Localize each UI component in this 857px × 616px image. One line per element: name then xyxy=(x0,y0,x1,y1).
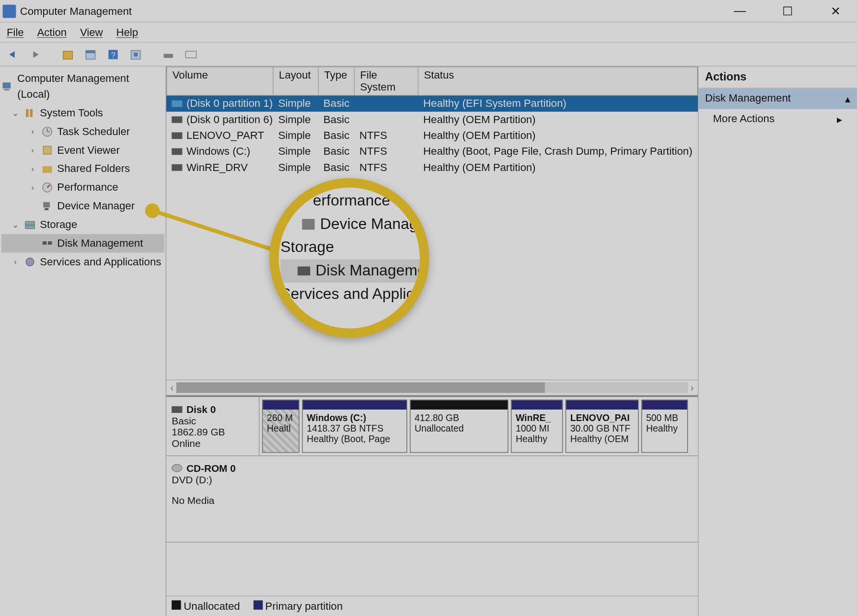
device-icon xyxy=(41,200,53,212)
chevron-right-icon: ▸ xyxy=(837,113,842,125)
forward-button[interactable] xyxy=(28,46,45,63)
volume-row[interactable]: (Disk 0 partition 6) Simple Basic Health… xyxy=(166,112,697,127)
volume-row[interactable]: Windows (C:) Simple Basic NTFS Healthy (… xyxy=(166,144,697,160)
tree-task-scheduler[interactable]: ›Task Scheduler xyxy=(1,122,164,141)
toolbar-icon-5[interactable] xyxy=(182,46,199,63)
actions-section[interactable]: Disk Management ▴ xyxy=(698,89,857,109)
close-button[interactable]: ✕ xyxy=(822,4,849,19)
svg-rect-19 xyxy=(43,166,52,173)
horizontal-scrollbar[interactable]: ‹ › xyxy=(166,380,697,396)
svg-point-28 xyxy=(26,258,34,266)
volume-row[interactable]: (Disk 0 partition 1) Simple Basic Health… xyxy=(166,96,697,112)
tree-event-viewer[interactable]: ›Event Viewer xyxy=(1,141,164,160)
maximize-button[interactable]: ☐ xyxy=(775,4,801,19)
clock-icon xyxy=(41,125,53,137)
legend-primary-label: Primary partition xyxy=(265,600,343,612)
col-type[interactable]: Type xyxy=(319,67,355,95)
tree-services-label: Services and Applications xyxy=(40,254,161,270)
disk0-row[interactable]: Disk 0 Basic 1862.89 GB Online 260 MHeal… xyxy=(166,397,697,456)
volume-row[interactable]: LENOVO_PART Simple Basic NTFS Healthy (O… xyxy=(166,127,697,143)
svg-rect-26 xyxy=(43,241,46,245)
callout-dot xyxy=(145,204,160,218)
expand-icon[interactable]: › xyxy=(28,142,37,158)
expand-icon[interactable]: › xyxy=(11,254,20,270)
tree-task-label: Task Scheduler xyxy=(57,124,130,139)
partition[interactable]: 260 MHealtl xyxy=(262,399,300,453)
col-layout[interactable]: Layout xyxy=(274,67,319,95)
app-icon xyxy=(3,4,16,18)
tree-root-label: Computer Management (Local) xyxy=(17,70,164,103)
actions-pane: Actions Disk Management ▴ More Actions ▸ xyxy=(698,67,857,616)
back-button[interactable] xyxy=(5,46,23,63)
tree-device-manager[interactable]: Device Manager xyxy=(1,197,164,216)
minimize-button[interactable]: — xyxy=(727,4,753,18)
storage-icon xyxy=(24,219,36,231)
cdrom-label: CD-ROM 0 DVD (D:) No Media xyxy=(166,456,259,542)
svg-marker-1 xyxy=(33,51,38,57)
actions-section-label: Disk Management xyxy=(705,92,791,105)
tree-devmgr-label: Device Manager xyxy=(57,198,135,214)
actions-more-label: More Actions xyxy=(713,113,775,125)
tree-perf-label: Performance xyxy=(57,180,118,195)
svg-rect-11 xyxy=(3,82,11,88)
tree-disk-management[interactable]: Disk Management xyxy=(1,234,164,253)
actions-more[interactable]: More Actions ▸ xyxy=(698,109,857,130)
partition[interactable]: 500 MBHealthy xyxy=(641,399,688,453)
magnifier-overlay: erformance Device Manager Storage Disk M… xyxy=(269,178,429,338)
disk-map: Disk 0 Basic 1862.89 GB Online 260 MHeal… xyxy=(166,396,697,616)
tools-icon xyxy=(24,107,36,119)
expand-icon[interactable]: › xyxy=(28,124,37,139)
svg-text:?: ? xyxy=(111,50,116,59)
legend-unallocated-label: Unallocated xyxy=(184,600,240,612)
disk0-partitions: 260 MHealtl Windows (C:) 1418.37 GB NTFS… xyxy=(260,397,698,456)
tree-shared-folders[interactable]: ›Shared Folders xyxy=(1,160,164,178)
partition[interactable]: LENOVO_PAI 30.00 GB NTFHealthy (OEM xyxy=(566,399,639,453)
help-icon[interactable]: ? xyxy=(105,46,122,63)
cdrom-row[interactable]: CD-ROM 0 DVD (D:) No Media xyxy=(166,456,697,542)
col-volume[interactable]: Volume xyxy=(167,67,274,95)
collapse-icon[interactable]: ⌄ xyxy=(11,217,20,232)
menu-file[interactable]: File xyxy=(7,26,24,38)
disk-icon xyxy=(41,238,53,250)
menu-view[interactable]: View xyxy=(80,26,103,38)
svg-rect-13 xyxy=(26,109,29,117)
partition[interactable]: 412.80 GBUnallocated xyxy=(410,399,508,453)
toolbar-icon-1[interactable] xyxy=(60,46,77,63)
partition[interactable]: WinRE_ 1000 MIHealthy xyxy=(511,399,563,453)
tree-diskmgmt-label: Disk Management xyxy=(57,235,143,251)
tree-event-label: Event Viewer xyxy=(57,142,119,158)
toolbar-icon-3[interactable] xyxy=(127,46,145,63)
expand-icon[interactable]: › xyxy=(28,180,37,195)
volume-row[interactable]: WinRE_DRV Simple Basic NTFS Healthy (OEM… xyxy=(166,160,697,175)
svg-rect-24 xyxy=(25,221,35,225)
svg-rect-2 xyxy=(63,51,72,59)
services-icon xyxy=(24,256,36,268)
scrollbar-track[interactable] xyxy=(176,382,688,393)
toolbar-icon-2[interactable] xyxy=(82,46,100,63)
menu-action[interactable]: Action xyxy=(37,26,67,38)
collapse-icon[interactable]: ⌄ xyxy=(11,105,20,121)
col-fs[interactable]: File System xyxy=(355,67,418,95)
svg-rect-12 xyxy=(4,89,9,91)
toolbar-icon-4[interactable] xyxy=(160,46,177,63)
menu-help[interactable]: Help xyxy=(116,26,138,38)
tree-services[interactable]: ›Services and Applications xyxy=(1,252,164,271)
computer-icon xyxy=(1,80,13,92)
tree-root[interactable]: Computer Management (Local) xyxy=(1,69,164,103)
svg-rect-4 xyxy=(86,50,95,53)
partition[interactable]: Windows (C:) 1418.37 GB NTFSHealthy (Boo… xyxy=(302,399,407,453)
tree-storage[interactable]: ⌄Storage xyxy=(1,216,164,234)
tree-system-tools[interactable]: ⌄ System Tools xyxy=(1,104,164,123)
scroll-right-icon[interactable]: › xyxy=(691,382,694,393)
expand-icon[interactable]: › xyxy=(28,161,37,177)
col-status[interactable]: Status xyxy=(418,67,697,95)
content-pane: Volume Layout Type File System Status (D… xyxy=(166,67,698,616)
tree-performance[interactable]: ›Performance xyxy=(1,178,164,197)
performance-icon xyxy=(41,182,53,194)
scrollbar-thumb[interactable] xyxy=(176,382,545,393)
scroll-left-icon[interactable]: ‹ xyxy=(171,382,174,393)
folder-icon xyxy=(41,163,53,175)
disk0-label: Disk 0 Basic 1862.89 GB Online xyxy=(166,397,259,456)
event-icon xyxy=(41,144,53,156)
volume-table-header: Volume Layout Type File System Status xyxy=(166,67,697,96)
